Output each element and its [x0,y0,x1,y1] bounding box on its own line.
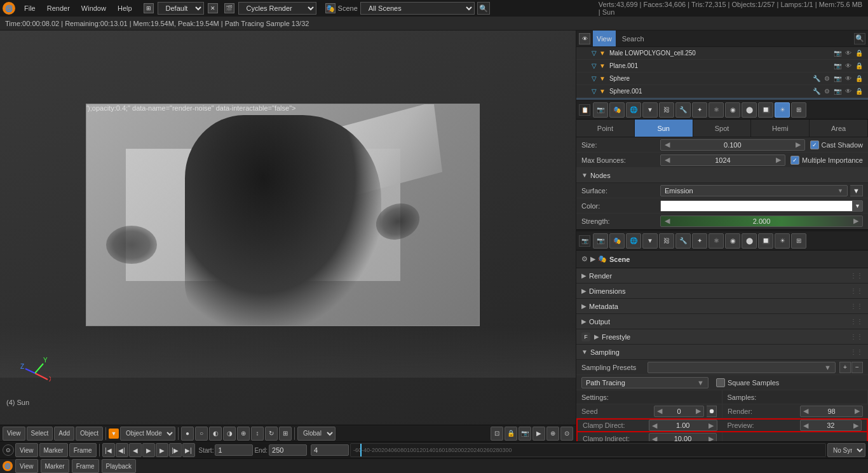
frame-end-input[interactable]: 250 [269,444,307,456]
lock-icon-2[interactable]: 🔒 [855,62,863,69]
props-object-tab[interactable]: ▼ [642,102,658,118]
menu-help[interactable]: Help [112,3,137,13]
seed-arrow-right[interactable]: ▶ [696,407,701,415]
square-samples-check[interactable]: Square Samples [716,378,779,387]
wrench-icon-4[interactable]: 🔧 [813,88,820,95]
cam-btn[interactable]: 📷 [519,427,531,441]
strength-slider[interactable]: ◀ 2.000 ▶ [660,216,863,227]
render-arrow-left[interactable]: ◀ [803,407,808,415]
outliner-item-male[interactable]: ▽ ▼ Male LOWPOLYGON_cell.250 📷 👁 🔒 [576,47,868,60]
render-props-mod-tab[interactable]: 🔧 [675,233,691,249]
timeline-frame-btn[interactable]: Frame [69,443,97,457]
sampling-section-header[interactable]: ▼ Sampling ⋮⋮ [576,345,868,360]
current-frame-input[interactable]: 4 [311,444,349,456]
preview-arrow-right[interactable]: ▶ [853,422,858,430]
settings-icon-3[interactable]: ⚙ [824,75,830,82]
surface-dropdown[interactable]: Emission ▼ [660,185,848,196]
next-keyframe-btn[interactable]: |▶ [169,443,182,457]
props-world-tab[interactable]: 🌐 [626,102,641,118]
size-input[interactable]: ◀ 0.100 ▶ [660,139,805,151]
render-props-phys-tab[interactable]: ⚛ [709,233,724,249]
multi-importance-check[interactable]: Multiple Importance [790,156,863,165]
render-samples-input[interactable]: ◀ 98 ▶ [800,406,863,417]
props-lamp-tab[interactable]: ☀ [775,102,790,118]
render-props-data-tab[interactable]: ◉ [725,233,740,249]
bottom-marker-btn[interactable]: Marker [41,459,69,473]
timeline-track[interactable]: -60 -40 -20 0 20 40 60 80 100 120 140 16… [350,443,826,457]
seed-input[interactable]: ◀ 0 ▶ [654,406,704,417]
skip-start-btn[interactable]: |◀ [102,443,115,457]
outliner-search-tab[interactable]: Search [618,35,648,43]
size-arrow-left[interactable]: ◀ [665,141,670,149]
outliner-item-plane[interactable]: ▽ ▼ Plane.001 📷 👁 🔒 [576,60,868,72]
clamp-indirect-arrow-left[interactable]: ◀ [652,435,657,442]
bounces-arrow-left[interactable]: ◀ [665,156,670,164]
light-tab-point[interactable]: Point [576,120,635,137]
preset-add-btn[interactable]: + [839,362,851,373]
manipulator-btn[interactable]: ⊕ [237,427,250,441]
render-icon-1[interactable]: 👁 [845,50,851,57]
size-arrow-right[interactable]: ▶ [796,141,801,149]
clamp-direct-input[interactable]: ◀ 1.00 ▶ [649,420,717,431]
bottom-view-btn[interactable]: View [15,459,38,473]
render-props-world-tab[interactable]: 🌐 [626,233,641,249]
render-section-header[interactable]: ▶ Render ⋮⋮ [576,268,868,284]
menu-render[interactable]: Render [42,3,75,13]
prev-keyframe-btn[interactable]: ◀| [116,443,128,457]
next-frame-btn[interactable]: ▶ [156,443,168,457]
engine-selector[interactable]: Cycles Render [238,2,316,15]
props-render2-tab[interactable]: ⊞ [791,102,806,118]
color-expand[interactable]: ▼ [852,201,862,211]
props-texture-tab[interactable]: 🔲 [758,102,773,118]
render-props-render-tab[interactable]: ⊞ [791,233,806,249]
render-props-lamp-tab[interactable]: ☀ [775,233,790,249]
render-props-const-tab[interactable]: ⛓ [659,233,674,249]
settings-icon-4[interactable]: ⚙ [824,88,830,95]
shading-texture-btn[interactable]: ◑ [223,427,236,441]
camera-icon-2[interactable]: 📷 [834,62,841,69]
seed-animate-btn[interactable]: ⏺ [707,406,717,417]
prop-btn[interactable]: ⊙ [560,427,573,441]
clamp-direct-arrow-right[interactable]: ▶ [709,422,714,430]
bottom-playback-btn[interactable]: Playback [102,459,137,473]
bounces-arrow-right[interactable]: ▶ [776,156,781,164]
freestyle-section-header[interactable]: F ▶ Freestyle ⋮⋮ [576,329,868,345]
clamp-indirect-input[interactable]: ◀ 10.00 ▶ [649,433,717,441]
render-props-tex-tab[interactable]: 🔲 [758,233,773,249]
props-render-tab[interactable]: 📷 [593,102,608,118]
light-tab-hemi[interactable]: Hemi [751,120,810,137]
props-scene-tab[interactable]: 🎭 [609,102,625,118]
menu-window[interactable]: Window [76,3,111,13]
props-constraints-tab[interactable]: ⛓ [659,102,674,118]
preview-input[interactable]: ◀ 32 ▶ [800,420,862,431]
render-icon-2[interactable]: 👁 [845,62,851,69]
multi-importance-checkbox[interactable] [790,156,799,165]
render-icon-3[interactable]: 👁 [845,75,851,82]
outliner-item-sphere[interactable]: ▽ ▼ Sphere 🔧 ⚙ 📷 👁 🔒 [576,72,868,85]
render-props-mat-tab[interactable]: ⬤ [742,233,757,249]
render-props-part-tab[interactable]: ✦ [692,233,707,249]
cast-shadow-checkbox[interactable] [810,141,819,149]
sync-selector[interactable]: No Sync [827,443,865,457]
camera-icon-3[interactable]: 📷 [834,75,841,82]
outliner-search-btn[interactable]: 🔍 [854,33,865,45]
layer-btn[interactable]: ⊡ [491,427,503,441]
search-button[interactable]: 🔍 [477,2,490,15]
max-bounces-input[interactable]: ◀ 1024 ▶ [660,154,785,166]
frame-start-input[interactable]: 1 [215,444,253,456]
props-data-tab[interactable]: ◉ [725,102,740,118]
timeline-view-btn[interactable]: View [15,443,38,457]
nodes-section-header[interactable]: ▼ Nodes [576,168,868,183]
camera-icon-4[interactable]: 📷 [834,88,841,95]
light-tab-sun[interactable]: Sun [635,120,693,137]
transform-btn[interactable]: ↕ [251,427,264,441]
render-btn-vp[interactable]: ▶ [532,427,545,441]
wrench-icon-3[interactable]: 🔧 [813,75,820,82]
surface-expand-btn[interactable]: ▼ [850,185,863,196]
props-particles-tab[interactable]: ✦ [692,102,707,118]
viewport-view-btn[interactable]: View [3,427,25,441]
scale-btn[interactable]: ⊞ [279,427,292,441]
shading-solid-btn[interactable]: ● [181,427,194,441]
preset-remove-btn[interactable]: − [851,362,863,373]
path-tracing-dropdown[interactable]: Path Tracing ▼ [581,377,709,388]
